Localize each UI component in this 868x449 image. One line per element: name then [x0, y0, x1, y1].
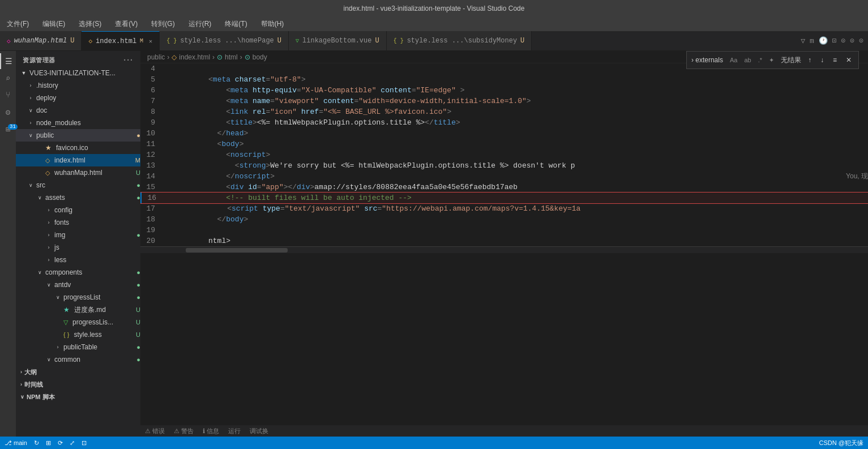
- tab-style2[interactable]: { } style.less ...\subsidyMoney U: [387, 31, 532, 50]
- breadcrumb-html-icon: ⊙: [217, 53, 223, 61]
- section-outline[interactable]: › 大纲: [16, 366, 140, 378]
- horizontal-scrollbar[interactable]: [140, 246, 868, 253]
- node-modules-label: node_modules: [36, 119, 140, 127]
- sidebar-item-assets[interactable]: ∨ assets ●: [16, 191, 140, 204]
- tab-style1[interactable]: { } style.less ...\homePage U: [160, 31, 289, 50]
- line-num-4: 4: [140, 63, 164, 74]
- code-line-10: 10 <body>: [140, 128, 868, 139]
- sidebar-item-history[interactable]: › .history: [16, 79, 140, 92]
- tab-bar-icon-dots1[interactable]: ⊙: [841, 36, 846, 45]
- activity-icon-git[interactable]: ⑂ 31: [0, 87, 16, 103]
- activity-icon-search[interactable]: ⌕: [0, 70, 16, 86]
- status-ext2[interactable]: ⊡: [82, 439, 87, 447]
- activity-icon-explorer[interactable]: ☰: [0, 53, 16, 69]
- find-next[interactable]: ↓: [818, 56, 826, 64]
- section-npm[interactable]: ∨ NPM 脚本: [16, 391, 140, 403]
- sidebar-item-wuhanmap[interactable]: ◇ wuhanMap.html U: [16, 166, 140, 179]
- sidebar-root[interactable]: ▼ VUE3-INITIALIZATION-TE...: [16, 67, 140, 79]
- sidebar-item-index-html[interactable]: ◇ index.html M: [16, 154, 140, 166]
- line-num-10: 10: [140, 128, 164, 139]
- public-arrow: ∨: [27, 132, 34, 138]
- tab-linkage-label: linkageBottom.vue: [302, 37, 371, 45]
- sidebar-item-node-modules[interactable]: › node_modules: [16, 117, 140, 129]
- menu-help[interactable]: 帮助(H): [259, 18, 287, 30]
- sidebar-item-common[interactable]: ∨ common ●: [16, 353, 140, 366]
- progress-md-label: 进度条.md: [72, 305, 134, 315]
- tab-linkage-status: U: [375, 37, 379, 45]
- tab-index[interactable]: ◇ index.html M ✕: [82, 31, 160, 50]
- status-bar-right: CSDN @犯天缘: [819, 439, 863, 447]
- index-html-label: index.html: [52, 156, 133, 164]
- status-refresh[interactable]: ⟳: [58, 439, 63, 447]
- tab-style2-label: style.less ...\subsidyMoney: [407, 37, 517, 45]
- find-whole-word[interactable]: ab: [742, 55, 753, 65]
- tab-bar-icon-dots2[interactable]: ⊙: [850, 36, 854, 45]
- sidebar-menu-button[interactable]: ···: [123, 55, 134, 65]
- npm-arrow: ∨: [20, 394, 24, 400]
- find-options-btn[interactable]: ≡: [831, 56, 839, 64]
- tab-bar-icon-dots3[interactable]: ⊙: [859, 36, 863, 45]
- menu-select[interactable]: 选择(S): [76, 18, 104, 30]
- code-line-14: 14 <div id="app"></div>amap://styles/808…: [140, 171, 868, 182]
- sidebar-item-progresslist[interactable]: ∨ progressList ●: [16, 291, 140, 303]
- activity-icon-debug[interactable]: ⚙: [0, 104, 16, 120]
- root-arrow: ▼: [20, 70, 27, 76]
- sidebar-item-src[interactable]: ∨ src ●: [16, 179, 140, 191]
- sidebar-item-public[interactable]: ∨ public ●: [16, 129, 140, 142]
- js-label: js: [54, 243, 140, 251]
- tab-wuhanmap[interactable]: ◇ wuhanMap.html U: [0, 31, 82, 50]
- breadcrumb-indexhtml[interactable]: index.html: [179, 53, 210, 61]
- status-sync[interactable]: ↻: [34, 439, 39, 447]
- tab-bar-icon-split[interactable]: ⊡: [832, 36, 837, 45]
- sidebar-item-favicon[interactable]: ★ favicon.ico: [16, 142, 140, 154]
- find-case-sensitive[interactable]: Aa: [728, 55, 739, 65]
- status-bar: ⎇ main ↻ ⊞ ⟳ ⤢ ⊡ CSDN @犯天缘: [0, 437, 868, 449]
- menu-run[interactable]: 运行(R): [186, 18, 214, 30]
- status-grid[interactable]: ⊞: [46, 439, 51, 447]
- section-timeline[interactable]: › 时间线: [16, 378, 140, 391]
- menu-goto[interactable]: 转到(G): [149, 18, 177, 30]
- publictable-label: publicTable: [63, 343, 134, 351]
- assets-status: ●: [136, 194, 140, 202]
- sidebar-item-progress-md[interactable]: ★ 进度条.md U: [16, 303, 140, 316]
- find-close[interactable]: ✕: [844, 56, 854, 64]
- status-ext1[interactable]: ⤢: [70, 439, 75, 447]
- breadcrumb-public[interactable]: public: [147, 53, 165, 61]
- tab-bar-icon-clock[interactable]: 🕐: [819, 36, 828, 45]
- tab-bar-icon-m[interactable]: ▽ m: [801, 36, 814, 45]
- tab-wuhanmap-label: wuhanMap.html: [14, 37, 67, 45]
- find-prev[interactable]: ↑: [806, 56, 814, 64]
- menu-edit[interactable]: 编辑(E): [40, 18, 67, 30]
- editor-status: ⚠ 错误 ⚠ 警告 ℹ 信息 运行 调试换: [140, 425, 868, 437]
- img-status: ●: [136, 231, 140, 239]
- find-star[interactable]: ✦: [767, 55, 776, 65]
- menu-terminal[interactable]: 终端(T): [223, 18, 249, 30]
- menu-file[interactable]: 文件(F): [5, 18, 31, 30]
- find-regex[interactable]: .*: [756, 55, 764, 65]
- tab-linkage[interactable]: ▽ linkageBottom.vue U: [289, 31, 387, 50]
- status-git-branch[interactable]: ⎇ main: [5, 439, 27, 447]
- sidebar-item-img[interactable]: › img ●: [16, 229, 140, 241]
- sidebar-item-style-less[interactable]: { } style.less U: [16, 328, 140, 341]
- line-num-12: 12: [140, 149, 164, 160]
- sidebar-item-components[interactable]: ∨ components ●: [16, 266, 140, 279]
- sidebar-item-antdv[interactable]: ∨ antdv ●: [16, 279, 140, 291]
- wuhanmap-icon: ◇: [45, 169, 50, 177]
- title-bar: index.html - vue3-initialization-templat…: [0, 0, 868, 17]
- sidebar-item-less[interactable]: › less: [16, 254, 140, 266]
- code-editor[interactable]: 4 <meta charset="utf-8"> 5 <meta http-eq…: [140, 63, 868, 425]
- assets-label: assets: [45, 194, 134, 202]
- sidebar-item-progresslis[interactable]: ▽ progressLis... U: [16, 316, 140, 328]
- style-less-icon: { }: [63, 331, 69, 338]
- sidebar-item-fonts[interactable]: › fonts: [16, 216, 140, 229]
- breadcrumb-body[interactable]: body: [253, 53, 267, 61]
- menu-view[interactable]: 查看(V): [113, 18, 140, 30]
- doc-label: doc: [36, 106, 140, 114]
- breadcrumb-html[interactable]: html: [225, 53, 238, 61]
- sidebar-item-config[interactable]: › config: [16, 204, 140, 216]
- sidebar-item-deploy[interactable]: › deploy: [16, 92, 140, 104]
- tab-index-close[interactable]: ✕: [149, 38, 152, 45]
- sidebar-item-js[interactable]: › js: [16, 241, 140, 254]
- sidebar-item-doc[interactable]: ∨ doc: [16, 104, 140, 117]
- sidebar-item-publictable[interactable]: › publicTable ●: [16, 341, 140, 353]
